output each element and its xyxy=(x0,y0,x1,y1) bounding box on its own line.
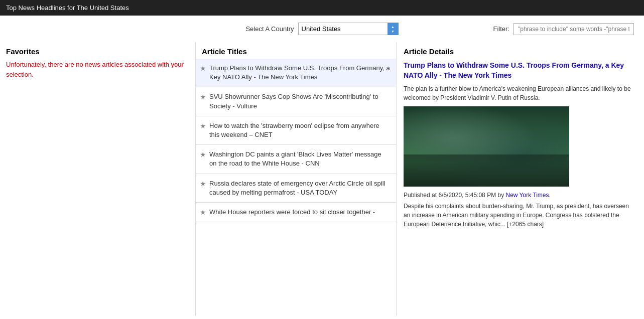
controls-bar: Select A Country United StatesCanadaUnit… xyxy=(0,16,644,42)
country-label: Select A Country xyxy=(245,25,294,33)
star-icon[interactable]: ★ xyxy=(200,93,206,101)
country-select[interactable]: United StatesCanadaUnited KingdomAustral… xyxy=(298,23,399,35)
star-icon[interactable]: ★ xyxy=(200,122,206,130)
detail-published-text: Published at 6/5/2020, 5:45:08 PM by xyxy=(404,192,504,199)
country-select-wrapper[interactable]: United StatesCanadaUnited KingdomAustral… xyxy=(298,23,399,35)
detail-article-title[interactable]: Trump Plans to Withdraw Some U.S. Troops… xyxy=(404,61,637,80)
filter-label: Filter: xyxy=(493,25,510,33)
article-list-item[interactable]: ★Washington DC paints a giant 'Black Liv… xyxy=(196,145,396,174)
star-icon[interactable]: ★ xyxy=(200,208,206,216)
page-header: Top News Headlines for The United States xyxy=(0,0,644,16)
detail-body: Despite his complaints about burden-shar… xyxy=(404,202,637,229)
star-icon[interactable]: ★ xyxy=(200,64,206,72)
favorites-title: Favorites xyxy=(6,47,189,56)
favorites-panel: Favorites Unfortunately, there are no ne… xyxy=(0,42,196,316)
article-title-text: White House reporters were forced to sit… xyxy=(209,208,375,217)
filter-input[interactable] xyxy=(513,23,634,35)
country-selector-group: Select A Country United StatesCanadaUnit… xyxy=(245,23,398,35)
star-icon[interactable]: ★ xyxy=(200,150,206,158)
articles-list: ★Trump Plans to Withdraw Some U.S. Troop… xyxy=(196,59,396,222)
article-title-text: How to watch the 'strawberry moon' eclip… xyxy=(209,121,390,139)
filter-group: Filter: xyxy=(493,23,634,35)
article-list-item[interactable]: ★White House reporters were forced to si… xyxy=(196,203,396,222)
article-list-item[interactable]: ★SVU Showrunner Says Cop Shows Are 'Misc… xyxy=(196,87,396,116)
article-title-text: Washington DC paints a giant 'Black Live… xyxy=(209,150,390,168)
article-list-item[interactable]: ★How to watch the 'strawberry moon' ecli… xyxy=(196,116,396,145)
article-details-heading: Article Details xyxy=(404,47,637,56)
main-layout: Favorites Unfortunately, there are no ne… xyxy=(0,42,644,316)
detail-image xyxy=(404,106,569,187)
article-titles-panel: Article Titles ★Trump Plans to Withdraw … xyxy=(196,42,397,316)
header-title: Top News Headlines for The United States xyxy=(6,4,129,12)
article-list-item[interactable]: ★Russia declares state of emergency over… xyxy=(196,174,396,203)
article-titles-heading: Article Titles xyxy=(196,42,396,59)
article-title-text: SVU Showrunner Says Cop Shows Are 'Misco… xyxy=(209,92,390,110)
favorites-empty-message: Unfortunately, there are no news article… xyxy=(6,60,189,79)
article-title-text: Trump Plans to Withdraw Some U.S. Troops… xyxy=(209,64,390,82)
star-icon[interactable]: ★ xyxy=(200,180,206,188)
detail-source-link[interactable]: New York Times xyxy=(505,192,549,199)
article-list-item[interactable]: ★Trump Plans to Withdraw Some U.S. Troop… xyxy=(196,59,396,87)
article-details-panel: Article Details Trump Plans to Withdraw … xyxy=(397,42,644,316)
detail-description: The plan is a further blow to America's … xyxy=(404,84,637,102)
detail-published: Published at 6/5/2020, 5:45:08 PM by New… xyxy=(404,192,637,199)
article-title-text: Russia declares state of emergency over … xyxy=(209,179,390,197)
